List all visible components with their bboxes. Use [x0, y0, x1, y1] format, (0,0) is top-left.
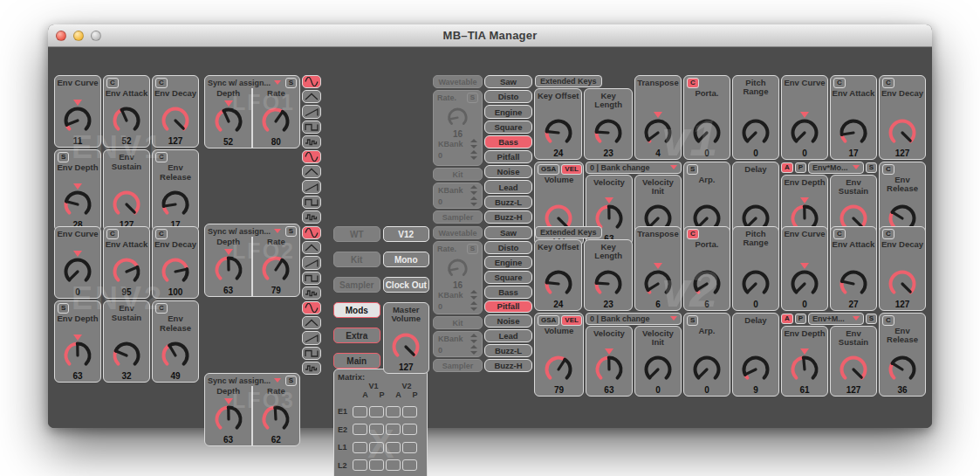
wave-buzz-h-button[interactable]: Buzz-H [484, 359, 532, 372]
env-decay-knob[interactable] [158, 249, 193, 287]
env-release-knob[interactable] [158, 333, 193, 371]
s-badge[interactable]: S [285, 226, 297, 237]
c-badge[interactable]: C [155, 152, 168, 162]
key-length-knob[interactable] [591, 261, 626, 300]
volume-knob[interactable] [541, 347, 576, 385]
waveform-square-button[interactable] [302, 347, 321, 360]
a-badge[interactable]: A [781, 162, 793, 173]
depth-knob[interactable] [211, 99, 246, 137]
waveform-sine-button[interactable] [302, 301, 321, 314]
matrix-checkbox-e1-1[interactable] [369, 406, 384, 417]
waveform-sine-button[interactable] [302, 75, 321, 88]
c-badge[interactable]: C [155, 303, 168, 314]
matrix-checkbox-l2-0[interactable] [353, 459, 367, 471]
env-release-knob[interactable] [885, 347, 920, 385]
c-badge[interactable]: C [687, 78, 699, 88]
env-attack-knob[interactable] [836, 261, 871, 300]
pitch-range-knob[interactable] [738, 261, 773, 300]
env-curve-knob[interactable] [787, 110, 822, 148]
env-curve-knob[interactable] [60, 98, 95, 136]
rate-knob[interactable] [445, 101, 470, 129]
matrix-checkbox-l2-2[interactable] [386, 459, 401, 471]
env-sustain-knob[interactable] [836, 347, 871, 385]
lfo-sync-dropdown[interactable]: Sync w/ assign...S [205, 224, 299, 237]
env-mod-dropdown[interactable]: Env*Mo... [808, 162, 864, 174]
s-badge[interactable]: S [285, 78, 297, 88]
env-depth-knob[interactable] [787, 347, 822, 385]
wave-engine-button[interactable]: Engine [484, 105, 532, 118]
c-badge[interactable]: C [882, 229, 894, 239]
s-badge[interactable]: S [866, 162, 877, 173]
env-mod-dropdown[interactable]: Env+M... [808, 313, 864, 325]
wave-lead-button[interactable]: Lead [484, 180, 532, 193]
key-offset-knob[interactable] [541, 110, 576, 148]
gsa-badge[interactable]: GSA [538, 315, 559, 326]
c-badge[interactable]: C [155, 78, 168, 88]
s-badge[interactable]: S [58, 303, 69, 314]
pitch-range-knob[interactable] [738, 110, 773, 148]
kit-kbank-value-stepper[interactable] [470, 194, 477, 210]
zoom-button[interactable] [91, 31, 101, 41]
s-badge[interactable]: S [58, 152, 69, 162]
arp-knob[interactable] [689, 347, 724, 385]
env-curve-knob[interactable] [787, 261, 822, 300]
wave-square-button[interactable]: Square [484, 121, 532, 134]
waveform-triangle-button[interactable] [302, 316, 321, 329]
matrix-checkbox-e1-2[interactable] [386, 406, 401, 417]
env-sustain-knob[interactable] [109, 182, 144, 220]
c-badge[interactable]: C [687, 229, 699, 239]
wave-pitfall-button[interactable]: Pitfall [484, 150, 532, 163]
waveform-ramp-button[interactable] [302, 331, 321, 344]
wave-buzz-h-button[interactable]: Buzz-H [484, 210, 532, 224]
transpose-knob[interactable] [641, 261, 675, 300]
gsa-badge[interactable]: GSA [538, 164, 559, 175]
matrix-checkbox-l1-2[interactable] [386, 442, 401, 453]
waveform-ramp-button[interactable] [302, 180, 321, 193]
master-volume-knob[interactable] [388, 324, 423, 362]
velocity-init-knob[interactable] [641, 347, 675, 385]
delay-knob[interactable] [738, 347, 773, 385]
env-attack-knob[interactable] [109, 98, 144, 136]
s-badge[interactable]: S [866, 314, 877, 324]
lfo-sync-dropdown[interactable]: Sync w/ assign...S [205, 374, 299, 386]
wave-pitfall-button[interactable]: Pitfall [484, 300, 532, 314]
key-offset-knob[interactable] [541, 261, 576, 300]
clock-out-button[interactable]: Clock Out [383, 277, 430, 293]
depth-knob[interactable] [211, 397, 246, 435]
env-depth-knob[interactable] [60, 182, 95, 220]
bank-change-dropdown[interactable]: 0 | Bank change [586, 162, 682, 174]
titlebar[interactable]: MB–TIA Manager [48, 24, 932, 47]
matrix-checkbox-e1-3[interactable] [402, 406, 417, 417]
matrix-checkbox-l2-1[interactable] [369, 459, 384, 471]
rate-knob[interactable] [445, 252, 470, 280]
c-badge[interactable]: C [833, 78, 846, 88]
c-badge[interactable]: C [833, 229, 846, 239]
matrix-checkbox-e2-2[interactable] [386, 424, 401, 435]
env-decay-knob[interactable] [158, 98, 193, 136]
key-length-knob[interactable] [591, 110, 626, 148]
waveform-random-button[interactable] [302, 135, 321, 148]
wave-bass-button[interactable]: Bass [484, 135, 532, 148]
waveform-ramp-button[interactable] [302, 105, 321, 118]
waveform-triangle-button[interactable] [302, 165, 321, 178]
rate-knob[interactable] [258, 247, 293, 286]
c-badge[interactable]: C [155, 229, 168, 239]
matrix-checkbox-e2-0[interactable] [353, 424, 367, 435]
matrix-checkbox-l1-1[interactable] [369, 442, 384, 453]
waveform-random-button[interactable] [302, 286, 321, 300]
a-badge[interactable]: A [781, 314, 793, 324]
c-badge[interactable]: C [882, 315, 894, 326]
wave-buzz-l-button[interactable]: Buzz-L [484, 344, 532, 357]
porta-knob[interactable] [689, 261, 724, 300]
kbank-value-stepper[interactable] [470, 148, 477, 163]
waveform-random-button[interactable] [302, 362, 321, 375]
mono-button[interactable]: Mono [383, 252, 430, 267]
wave-bass-button[interactable]: Bass [484, 286, 532, 299]
transpose-knob[interactable] [641, 110, 675, 148]
c-badge[interactable]: C [882, 78, 894, 88]
env-attack-knob[interactable] [836, 110, 871, 148]
s-badge[interactable]: S [687, 315, 698, 326]
page-extra-button[interactable]: Extra [333, 328, 380, 343]
velocity-knob[interactable] [592, 347, 627, 385]
waveform-random-button[interactable] [302, 210, 321, 224]
